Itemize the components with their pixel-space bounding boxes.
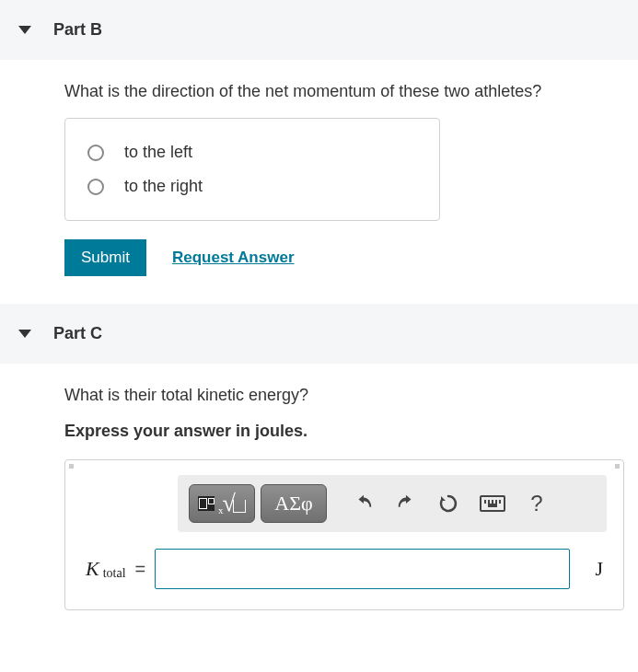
part-b-title: Part B <box>53 20 102 40</box>
equals-sign: = <box>135 559 146 580</box>
help-button[interactable]: ? <box>518 484 555 523</box>
redo-icon <box>396 493 416 514</box>
undo-button[interactable] <box>345 484 382 523</box>
option-left-label: to the left <box>124 143 192 162</box>
part-b: Part B What is the direction of the net … <box>0 0 638 298</box>
variable-label: K <box>86 557 99 581</box>
greek-button[interactable]: ΑΣφ <box>261 484 327 523</box>
part-c-header[interactable]: Part C <box>0 304 638 364</box>
submit-button[interactable]: Submit <box>64 239 146 276</box>
fraction-icon <box>198 496 215 511</box>
radio-icon[interactable] <box>87 179 104 195</box>
reset-icon <box>437 492 459 515</box>
keyboard-button[interactable] <box>472 484 513 523</box>
variable-subscript: total <box>103 566 126 581</box>
part-c-title: Part C <box>53 324 102 343</box>
keyboard-icon <box>480 495 505 512</box>
redo-button[interactable] <box>388 484 424 523</box>
answer-input[interactable] <box>155 549 570 589</box>
radio-icon[interactable] <box>87 145 104 161</box>
part-b-body: What is the direction of the net momentu… <box>0 60 638 298</box>
option-right[interactable]: to the right <box>87 169 417 203</box>
part-b-header[interactable]: Part B <box>0 0 638 60</box>
part-b-actions: Submit Request Answer <box>64 239 620 276</box>
corner-decoration <box>615 464 620 469</box>
sqrt-icon: x√ <box>218 492 246 516</box>
part-c-instruction: Express your answer in joules. <box>64 422 620 441</box>
collapse-icon <box>18 26 31 34</box>
part-c-question: What is their total kinetic energy? <box>64 386 620 405</box>
collapse-icon <box>18 330 31 338</box>
unit-label: J <box>585 557 603 581</box>
part-c-body: What is their total kinetic energy? Expr… <box>0 364 638 632</box>
option-right-label: to the right <box>124 177 203 196</box>
part-b-question: What is the direction of the net momentu… <box>64 82 620 101</box>
part-c: Part C What is their total kinetic energ… <box>0 304 638 632</box>
equation-row: K total = J <box>82 543 607 595</box>
corner-decoration <box>69 464 74 469</box>
equation-toolbar: x√ ΑΣφ <box>178 475 607 532</box>
request-answer-link[interactable]: Request Answer <box>172 249 295 267</box>
reset-button[interactable] <box>430 484 467 523</box>
undo-icon <box>354 493 374 514</box>
options-group: to the left to the right <box>64 118 440 221</box>
option-left[interactable]: to the left <box>87 135 417 169</box>
answer-container: x√ ΑΣφ <box>64 459 624 610</box>
templates-button[interactable]: x√ <box>189 484 255 523</box>
